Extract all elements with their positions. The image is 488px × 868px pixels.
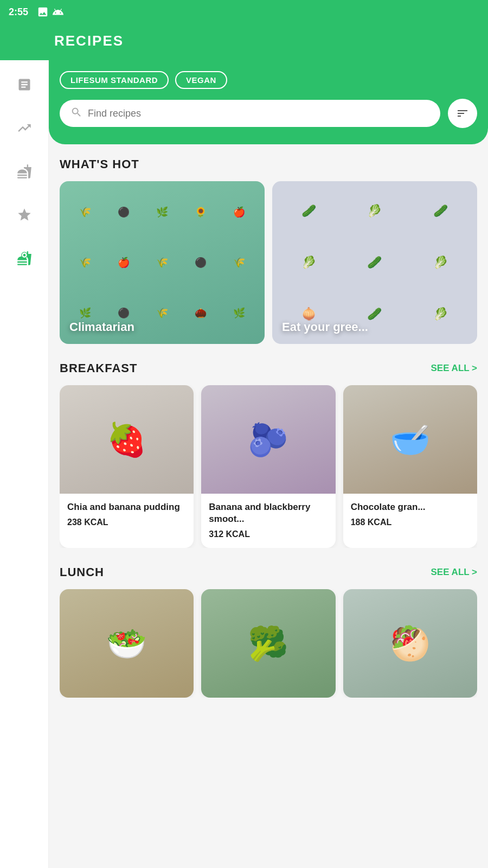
sidebar-item-favorites[interactable] bbox=[11, 201, 38, 228]
food-emoji-8: 🌾 bbox=[144, 239, 179, 286]
sidebar-item-diary[interactable] bbox=[11, 71, 38, 98]
app-title: RECIPES bbox=[54, 33, 124, 49]
hot-card-climatarian[interactable]: 🌾 ⚫ 🌿 🌻 🍎 🌾 🍎 🌾 ⚫ 🌾 🌿 ⚫ bbox=[60, 181, 265, 344]
zucchini-5: 🥒 bbox=[343, 238, 406, 286]
sidebar-item-food[interactable] bbox=[11, 158, 38, 185]
food-emoji-13: 🌾 bbox=[144, 289, 179, 336]
food-emoji-7: 🍎 bbox=[106, 239, 141, 286]
main-layout: LIFESUM STANDARD VEGAN bbox=[0, 60, 488, 868]
breakfast-title: BREAKFAST bbox=[60, 361, 137, 375]
hot-card-greens[interactable]: 🥒 🥬 🥒 🥬 🥒 🥬 🧅 🥒 🥬 Eat your gree... bbox=[272, 181, 477, 344]
chia-kcal: 238 KCAL bbox=[67, 518, 186, 527]
recipe-card-banana[interactable]: 🫐 Banana and blackberry smoot... 312 KCA… bbox=[201, 385, 335, 548]
breakfast-see-all[interactable]: SEE ALL > bbox=[431, 363, 478, 374]
granola-image: 🥣 bbox=[343, 385, 477, 494]
chia-card-body: Chia and banana pudding 238 KCAL bbox=[60, 494, 194, 536]
filter-pill-lifesum[interactable]: LIFESUM STANDARD bbox=[60, 71, 169, 89]
zucchini-3: 🥒 bbox=[409, 187, 472, 235]
status-time: 2:55 bbox=[9, 7, 28, 18]
content: LIFESUM STANDARD VEGAN bbox=[49, 60, 488, 868]
chia-name: Chia and banana pudding bbox=[67, 501, 186, 513]
food-emoji-3: 🌿 bbox=[144, 189, 179, 236]
recipe-card-lunch3[interactable]: 🥙 bbox=[343, 589, 477, 698]
food-emoji-1: 🌾 bbox=[67, 189, 102, 236]
whats-hot-header: WHAT'S HOT bbox=[60, 157, 477, 171]
lunch-see-all[interactable]: SEE ALL > bbox=[431, 567, 478, 578]
content-header: LIFESUM STANDARD VEGAN bbox=[49, 60, 488, 144]
hot-card-greens-label: Eat your gree... bbox=[282, 320, 368, 334]
food-emoji-9: ⚫ bbox=[183, 239, 219, 286]
recipe-card-granola[interactable]: 🥣 Chocolate gran... 188 KCAL bbox=[343, 385, 477, 548]
lunch-cards: 🥗 🥦 🥙 bbox=[60, 589, 477, 698]
chia-image: 🍓 bbox=[60, 385, 194, 494]
search-bar[interactable] bbox=[60, 100, 440, 127]
lunch3-image: 🥙 bbox=[343, 589, 477, 698]
lunch-header: LUNCH SEE ALL > bbox=[60, 565, 477, 579]
banana-img-bg: 🫐 bbox=[201, 385, 335, 494]
lunch3-img-bg: 🥙 bbox=[343, 589, 477, 698]
chia-img-bg: 🍓 bbox=[60, 385, 194, 494]
sidebar-item-recipes[interactable] bbox=[11, 245, 38, 272]
food-emoji-10: 🌾 bbox=[222, 239, 257, 286]
lunch1-img-bg: 🥗 bbox=[60, 589, 194, 698]
app-header: RECIPES bbox=[0, 24, 488, 60]
food-emoji-15: 🌿 bbox=[222, 289, 257, 336]
banana-image: 🫐 bbox=[201, 385, 335, 494]
lunch1-image: 🥗 bbox=[60, 589, 194, 698]
breakfast-header: BREAKFAST SEE ALL > bbox=[60, 361, 477, 375]
status-bar: 2:55 bbox=[0, 0, 488, 24]
photo-icon bbox=[37, 6, 49, 18]
sidebar-item-stats[interactable] bbox=[11, 114, 38, 142]
food-emoji-2: ⚫ bbox=[106, 189, 141, 236]
lunch-title: LUNCH bbox=[60, 565, 104, 579]
granola-card-body: Chocolate gran... 188 KCAL bbox=[343, 494, 477, 536]
lunch2-img-bg: 🥦 bbox=[201, 589, 335, 698]
banana-name: Banana and blackberry smoot... bbox=[209, 501, 328, 525]
food-emoji-4: 🌻 bbox=[183, 189, 219, 236]
zucchini-2: 🥬 bbox=[343, 187, 406, 235]
search-icon bbox=[70, 106, 82, 120]
breakfast-cards: 🍓 Chia and banana pudding 238 KCAL 🫐 bbox=[60, 385, 477, 548]
android-icon bbox=[52, 6, 64, 18]
recipe-card-chia[interactable]: 🍓 Chia and banana pudding 238 KCAL bbox=[60, 385, 194, 548]
recipe-card-lunch2[interactable]: 🥦 bbox=[201, 589, 335, 698]
hot-card-climatarian-label: Climatarian bbox=[69, 320, 134, 334]
banana-card-body: Banana and blackberry smoot... 312 KCAL bbox=[201, 494, 335, 548]
food-emoji-14: 🌰 bbox=[183, 289, 219, 336]
filter-pills: LIFESUM STANDARD VEGAN bbox=[60, 71, 477, 89]
search-input[interactable] bbox=[88, 108, 429, 119]
filter-button[interactable] bbox=[448, 99, 477, 128]
search-row bbox=[60, 99, 477, 128]
status-icons bbox=[37, 6, 64, 18]
zucchini-4: 🥬 bbox=[278, 238, 340, 286]
section-whats-hot: WHAT'S HOT 🌾 ⚫ 🌿 🌻 🍎 🌾 🍎 🌾 bbox=[60, 157, 477, 344]
granola-kcal: 188 KCAL bbox=[351, 518, 470, 527]
hot-cards: 🌾 ⚫ 🌿 🌻 🍎 🌾 🍎 🌾 ⚫ 🌾 🌿 ⚫ bbox=[60, 181, 477, 344]
section-lunch: LUNCH SEE ALL > 🥗 🥦 bbox=[60, 565, 477, 698]
food-emoji-5: 🍎 bbox=[222, 189, 257, 236]
section-breakfast: BREAKFAST SEE ALL > 🍓 Chia and banana pu… bbox=[60, 361, 477, 548]
filter-pill-vegan[interactable]: VEGAN bbox=[175, 71, 227, 89]
lunch2-image: 🥦 bbox=[201, 589, 335, 698]
banana-kcal: 312 KCAL bbox=[209, 529, 328, 539]
sidebar bbox=[0, 60, 49, 868]
food-emoji-6: 🌾 bbox=[67, 239, 102, 286]
granola-img-bg: 🥣 bbox=[343, 385, 477, 494]
content-body: WHAT'S HOT 🌾 ⚫ 🌿 🌻 🍎 🌾 🍎 🌾 bbox=[49, 144, 488, 728]
granola-name: Chocolate gran... bbox=[351, 501, 470, 513]
zucchini-1: 🥒 bbox=[278, 187, 340, 235]
whats-hot-title: WHAT'S HOT bbox=[60, 157, 139, 171]
zucchini-9: 🥬 bbox=[409, 290, 472, 339]
recipe-card-lunch1[interactable]: 🥗 bbox=[60, 589, 194, 698]
zucchini-6: 🥬 bbox=[409, 238, 472, 286]
